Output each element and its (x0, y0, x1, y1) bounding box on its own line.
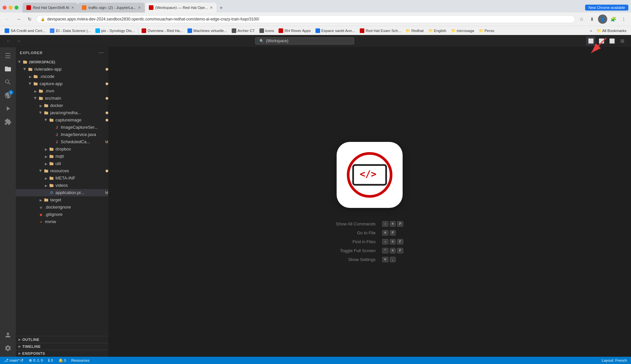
resources-status[interactable]: Resources (70, 357, 91, 364)
download-icon[interactable]: ⬇ (587, 15, 597, 24)
sidebar-menu-button[interactable]: ··· (98, 50, 104, 56)
outline-header[interactable]: ▶ OUTLINE (16, 336, 108, 343)
bookmark-rh-exam[interactable]: Red Hat Exam Sch... (358, 28, 403, 34)
bookmark-icons[interactable]: icons (257, 28, 276, 34)
extensions-icon[interactable]: 🧩 (609, 15, 618, 24)
bookmark-all[interactable]: 📁 All Bookmarks (595, 28, 628, 34)
bookmark-label: Red Hat Exam Sch... (366, 29, 401, 33)
tree-item-capture-app[interactable]: ▶ capture-app (16, 80, 108, 87)
back-button[interactable]: ← (3, 15, 12, 24)
toggle-sidebar-button[interactable]: ⬜ (586, 36, 595, 46)
tree-item-resources[interactable]: ▶ resources (16, 167, 108, 175)
bookmark-english[interactable]: 📁 English (426, 28, 448, 34)
tab-workspace[interactable]: (Workspace) — Red Hat Ope... × (145, 3, 217, 13)
folder-icon (49, 147, 54, 152)
toggle-grid-button[interactable]: ⊞ (618, 36, 627, 46)
tab-jupyter[interactable]: traffic-sign- (2) - JupyterLa... × (78, 3, 145, 13)
tree-item-vscode[interactable]: ▶ .vscode (16, 73, 108, 80)
tree-item-application-pr[interactable]: ⚙ application.pr... M (16, 189, 108, 196)
tree-item-dockerignore[interactable]: ◆ .dockerignore (16, 204, 108, 211)
bookmark-rh-rover[interactable]: RH Rover Apps (277, 28, 313, 34)
address-bar[interactable]: 🔒 devspaces.apps.riviera-dev-2024.sandbo… (36, 15, 575, 23)
bookmark-favicon (360, 28, 364, 33)
tree-item-workspace[interactable]: ▶ (WORKSPACE) (16, 58, 108, 66)
activity-run-button[interactable] (2, 103, 14, 115)
bookmarks-more-button[interactable]: » (588, 28, 594, 33)
bookmark-pix[interactable]: pix - Synology Dis... (93, 28, 137, 34)
tree-item-metainf[interactable]: ▶ META-INF (16, 175, 108, 182)
editor-search-bar[interactable]: 🔍 (Workspace) (255, 37, 354, 45)
tree-item-captureimage[interactable]: ▶ captureimage (16, 116, 108, 124)
tree-item-rivieradev[interactable]: ▶ rivieradev-app (16, 66, 108, 73)
activity-search-button[interactable] (2, 76, 14, 88)
tree-item-gitignore[interactable]: ◆ .gitignore (16, 211, 108, 218)
file-label: .dockerignore (45, 204, 108, 211)
errors-status[interactable]: ⊗ 0 ⚠ 0 (27, 357, 44, 364)
endpoints-header[interactable]: ▶ ENDPOINTS (16, 350, 108, 357)
back-nav-button[interactable]: ← (4, 36, 13, 46)
toggle-layout-button[interactable]: ⬜ (607, 36, 616, 46)
close-button[interactable] (3, 6, 7, 10)
tree-item-mvnw[interactable]: ● mvnw (16, 218, 108, 225)
activity-explorer-button[interactable] (2, 63, 14, 75)
bookmark-machines[interactable]: Machines virtuelle... (185, 28, 229, 34)
file-label: application.pr... (55, 189, 104, 196)
tree-item-dropbox[interactable]: ▶ dropbox (16, 146, 108, 153)
activity-extensions-button[interactable] (2, 116, 14, 128)
timeline-header[interactable]: ▶ TIMELINE (16, 343, 108, 350)
info-status[interactable]: ℹ 0 (47, 357, 54, 364)
activity-settings-button[interactable] (2, 342, 14, 354)
tree-item-docker[interactable]: ▶ docker (16, 102, 108, 109)
tab-close-icon[interactable]: × (71, 5, 74, 10)
reload-button[interactable]: ↻ (25, 15, 34, 24)
maximize-button[interactable] (15, 6, 18, 10)
bookmark-sa-credit[interactable]: SA Credit and Cert... (3, 28, 47, 34)
bookmark-redhat[interactable]: Overview - Red Ha... (140, 28, 185, 34)
section-arrow: ▶ (18, 352, 21, 355)
error-icon: ⊗ (29, 358, 32, 363)
bookmark-espace[interactable]: Espace santé Aon... (314, 28, 357, 34)
new-chrome-badge[interactable]: New Chrome available (585, 5, 628, 11)
folder-label: videos (55, 182, 108, 189)
bookmark-label: 📁 Redhat (406, 28, 423, 33)
tab-redhat[interactable]: Red Hat OpenShift AI × (22, 3, 78, 13)
tree-item-java-org[interactable]: ▶ java/org/redha... (16, 109, 108, 116)
folder-label: util (55, 160, 108, 167)
forward-nav-button[interactable]: → (14, 36, 23, 46)
folder-icon (44, 197, 49, 203)
folder-arrow: ▶ (32, 96, 39, 101)
activity-source-control-button[interactable]: 3 (2, 89, 14, 101)
bookmark-ei-data[interactable]: EI - Data Science |... (48, 28, 92, 34)
modified-badge (106, 119, 108, 121)
menu-icon[interactable]: ⋮ (619, 15, 628, 24)
minimize-button[interactable] (9, 6, 13, 10)
modified-label: M (105, 191, 108, 195)
tree-item-imagecapture[interactable]: J ImageCaptureSer... (16, 124, 108, 131)
notifications-status[interactable]: 🔔 0 (57, 357, 67, 364)
toggle-panel-button[interactable]: ⬜ (597, 36, 606, 46)
activity-account-button[interactable] (2, 329, 14, 341)
tree-item-mqtt[interactable]: ▶ mqtt (16, 153, 108, 160)
tree-item-util[interactable]: ▶ util (16, 160, 108, 167)
layout-status[interactable]: Layout: French (600, 357, 628, 364)
tree-item-scheduledca[interactable]: J ScheduledCa... M (16, 138, 108, 146)
activity-menu-button[interactable]: ☰ (2, 50, 14, 62)
tree-item-imageservice[interactable]: J ImageService.java (16, 131, 108, 138)
tab-close-icon[interactable]: × (138, 5, 141, 10)
new-tab-button[interactable]: + (216, 3, 226, 13)
tree-item-videos[interactable]: ▶ videos (16, 182, 108, 189)
bookmark-archer[interactable]: Archer C7 (230, 28, 257, 34)
bookmark-icon[interactable]: ☆ (577, 15, 586, 24)
tree-item-target[interactable]: ▶ target (16, 196, 108, 204)
bookmark-perso[interactable]: 📁 Perso (477, 28, 496, 34)
tree-item-src-main[interactable]: ▶ src/main (16, 95, 108, 102)
forward-button[interactable]: → (14, 15, 23, 24)
tree-item-mvn[interactable]: ▶ .mvn (16, 87, 108, 95)
branch-status[interactable]: ⎇ main* ↺ (3, 357, 25, 364)
kbd-cmd: ⌘ (382, 230, 388, 236)
tab-close-icon[interactable]: × (210, 5, 213, 10)
bookmark-redhat2[interactable]: 📁 Redhat (404, 28, 425, 34)
profile-icon[interactable]: 👤 (598, 15, 607, 24)
bookmark-microsaga[interactable]: 📁 microsaga (449, 28, 476, 34)
shortcut-keys-settings: ⌘ , (382, 257, 403, 262)
